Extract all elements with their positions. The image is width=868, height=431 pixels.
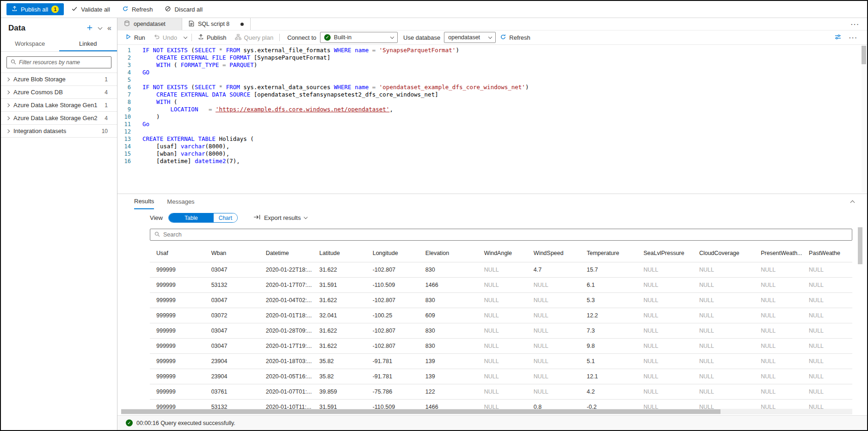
editor-vertical-scrollbar[interactable]: [862, 46, 866, 193]
table-row[interactable]: 999999239042020-01-05T16:...35.82-91.781…: [150, 369, 852, 384]
table-row[interactable]: 999999030472020-01-17T19:...31.622-102.8…: [150, 338, 852, 353]
filter-resources-input[interactable]: [19, 59, 107, 66]
table-cell: 2020-01-18T03:...: [259, 353, 313, 369]
tree-item[interactable]: Azure Data Lake Storage Gen24: [1, 112, 117, 125]
toolbar-divider: [191, 34, 192, 41]
table-row[interactable]: 999999030472020-01-04T02:...31.622-102.8…: [150, 292, 852, 308]
tree-item[interactable]: Azure Data Lake Storage Gen11: [1, 99, 117, 112]
table-cell: 830: [419, 323, 478, 338]
sql-script-icon: [189, 20, 194, 28]
column-header[interactable]: Usaf: [150, 245, 205, 262]
use-database-dropdown[interactable]: opendataset: [444, 32, 496, 43]
table-cell: 830: [419, 262, 478, 277]
sql-editor[interactable]: 1IF NOT EXISTS (SELECT * FROM sys.extern…: [117, 45, 867, 194]
main-area: opendataset SQL script 8 ··· Run: [117, 18, 867, 430]
query-plan-button[interactable]: Query plan: [231, 30, 278, 44]
table-cell: NULL: [754, 277, 802, 292]
table-row[interactable]: 999999030472020-01-28T09:...31.622-102.8…: [150, 323, 852, 338]
collapse-sidebar-button[interactable]: «: [107, 24, 111, 32]
table-header-row: UsafWbanDatetimeLatitudeLongitudeElevati…: [150, 245, 852, 262]
table-cell: NULL: [754, 338, 802, 353]
table-cell: 31.622: [313, 292, 366, 308]
tabstrip-more-icon[interactable]: ···: [843, 18, 867, 30]
table-cell: -102.807: [366, 262, 419, 277]
tree-item-label: Azure Data Lake Storage Gen1: [13, 102, 100, 109]
table-cell: 03047: [205, 323, 259, 338]
connect-to-dropdown[interactable]: ✓ Built-in: [320, 32, 398, 43]
undo-redo-dropdown-button[interactable]: [181, 30, 190, 44]
scrollbar-thumb[interactable]: [121, 409, 720, 414]
tree-item[interactable]: Azure Blob Storage1: [1, 73, 117, 86]
tab-results[interactable]: Results: [134, 194, 154, 209]
results-vertical-scrollbar[interactable]: [858, 227, 862, 347]
code-line: 9 LOCATION = 'https://example.dfs.core.w…: [117, 106, 867, 113]
editor-settings-button[interactable]: [834, 34, 842, 42]
tab-workspace[interactable]: Workspace: [1, 36, 59, 51]
toolbar-more-icon[interactable]: ···: [849, 34, 858, 41]
column-header[interactable]: Temperature: [580, 245, 637, 262]
publish-all-button[interactable]: Publish all 1: [6, 3, 64, 15]
run-button[interactable]: Run: [121, 30, 149, 44]
column-header[interactable]: Elevation: [419, 245, 478, 262]
validate-all-button[interactable]: Validate all: [67, 3, 115, 15]
table-cell: 35.82: [313, 353, 366, 369]
column-header[interactable]: CloudCoverage: [693, 245, 754, 262]
table-cell: NULL: [754, 399, 802, 409]
run-label: Run: [134, 34, 145, 41]
publish-label: Publish: [207, 34, 227, 41]
status-bar: ✓ 00:00:16 Query executed successfully.: [117, 415, 867, 430]
table-row[interactable]: 999999030722020-01-01T18:...32.041-100.2…: [150, 308, 852, 323]
table-row[interactable]: 999999531322020-01-10T11:...31.591-110.5…: [150, 399, 852, 409]
upload-icon: [12, 6, 18, 13]
view-table-button[interactable]: Table: [169, 213, 214, 222]
actions-menu-button[interactable]: [98, 27, 102, 29]
publish-button[interactable]: Publish: [194, 30, 231, 44]
table-cell: -91.781: [366, 353, 419, 369]
column-header[interactable]: Wban: [205, 245, 259, 262]
tab-opendataset[interactable]: opendataset: [117, 18, 182, 30]
tree-item[interactable]: Azure Cosmos DB4: [1, 86, 117, 99]
column-header[interactable]: WindSpeed: [527, 245, 580, 262]
collapse-results-button[interactable]: [851, 194, 867, 209]
column-header[interactable]: PresentWeath...: [754, 245, 802, 262]
results-horizontal-scrollbar[interactable]: [121, 409, 852, 414]
view-chart-button[interactable]: Chart: [214, 213, 237, 222]
table-row[interactable]: 999999239042020-01-18T03:...35.82-91.781…: [150, 353, 852, 369]
discard-all-button[interactable]: Discard all: [160, 3, 207, 15]
column-header[interactable]: PastWeathe: [802, 245, 852, 262]
table-cell: 31.622: [313, 338, 366, 353]
refresh-button[interactable]: Refresh: [117, 3, 158, 15]
column-header[interactable]: Latitude: [313, 245, 366, 262]
table-row[interactable]: 999999037612020-01-07T01:...39.859-75.78…: [150, 384, 852, 399]
chevron-right-icon: [6, 129, 10, 133]
code-line: 8 WITH (: [117, 98, 867, 106]
command-bar: Publish all 1 Validate all Refresh Disca…: [1, 1, 867, 18]
table-cell: NULL: [637, 338, 692, 353]
column-header[interactable]: SeaLvlPressure: [637, 245, 692, 262]
chevron-right-icon: [6, 116, 10, 120]
tab-messages[interactable]: Messages: [167, 194, 194, 209]
tab-linked[interactable]: Linked: [59, 36, 117, 51]
scrollbar-thumb[interactable]: [862, 46, 866, 64]
table-cell: NULL: [478, 262, 527, 277]
table-cell: NULL: [478, 292, 527, 308]
refresh-database-button[interactable]: Refresh: [496, 30, 535, 44]
scrollbar-thumb[interactable]: [858, 227, 862, 264]
line-number: 1: [117, 47, 140, 54]
tab-sql-script[interactable]: SQL script 8: [182, 18, 251, 30]
table-cell: NULL: [802, 308, 852, 323]
results-search-input[interactable]: [163, 231, 848, 238]
table-row[interactable]: 999999030472020-01-22T18:...31.622-102.8…: [150, 262, 852, 277]
column-header[interactable]: Datetime: [259, 245, 313, 262]
undo-button[interactable]: Undo: [149, 30, 181, 44]
code-line: 10 ): [117, 113, 867, 121]
table-cell: 830: [419, 292, 478, 308]
column-header[interactable]: WindAngle: [478, 245, 527, 262]
tree-item[interactable]: Integration datasets10: [1, 125, 117, 138]
export-results-button[interactable]: Export results: [253, 214, 307, 221]
add-resource-button[interactable]: [86, 24, 93, 32]
table-cell: 9.8: [580, 338, 637, 353]
table-row[interactable]: 999999531322020-01-17T07:...31.591-110.5…: [150, 277, 852, 292]
column-header[interactable]: Longitude: [366, 245, 419, 262]
table-cell: 03072: [205, 308, 259, 323]
